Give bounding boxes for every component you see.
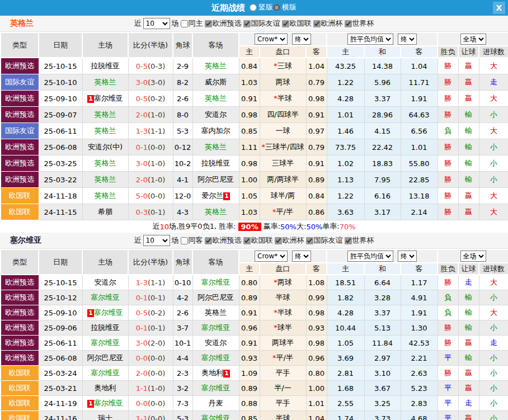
result-wdl-text: 負 [444, 293, 451, 301]
home-team: 安道尔 [82, 275, 128, 290]
result-wdl: 勝 [438, 366, 458, 381]
odds-away: 0.91 [306, 107, 327, 123]
result-goals: 小 [479, 411, 508, 420]
result-handicap-text: 贏 [465, 94, 472, 102]
view-mode-radio[interactable] [250, 4, 257, 11]
corners: 8-0 [173, 107, 192, 123]
league-filter-checkbox[interactable] [205, 237, 212, 244]
away-team: 安道尔 [192, 107, 239, 123]
scope-select[interactable]: 全场 [460, 34, 486, 45]
avg-odds-select[interactable]: 胜平负均值 [347, 34, 393, 45]
league-filter-checkbox[interactable] [205, 20, 212, 27]
result-wdl-text: 平 [444, 384, 451, 392]
same-venue-checkbox[interactable] [181, 237, 188, 244]
subcolumn-header: 进球数 [479, 46, 508, 58]
league-filter-checkbox[interactable] [345, 20, 352, 27]
league-filter-checkbox[interactable] [345, 237, 352, 244]
team-name-text: 英格兰 [95, 175, 116, 183]
corners: 12-0 [173, 188, 192, 204]
team-name-text: 塞尔维亚 [94, 94, 123, 102]
same-venue-checkbox[interactable] [181, 20, 188, 27]
subcolumn-header: 胜负 [438, 46, 458, 58]
avg-draw: 3.25 [364, 396, 401, 411]
result-wdl: 勝 [438, 320, 458, 336]
score: 1-3(1-1) [128, 275, 173, 290]
corners: 4-1 [173, 172, 192, 188]
avg-stage-select[interactable]: 终 [398, 34, 417, 45]
match-row: 欧洲预选25-03-25英格兰3-0(1-0)10-2拉脱维亚0.98三球半0.… [1, 155, 508, 172]
view-mode-radios: 竖版横版 [250, 2, 297, 13]
result-handicap-text: 輸 [465, 143, 472, 151]
halftime-score: (0-0) [148, 399, 165, 408]
avg-win: 1.74 [327, 411, 364, 420]
match-row: 国际友谊25-10-10英格兰3-0(3-0)8-2威尔斯1.03两球0.791… [1, 74, 508, 91]
avg-stage-select[interactable]: 终 [398, 251, 417, 262]
avg-lose: 5.23 [401, 381, 438, 396]
summary-part: 10 [159, 223, 169, 231]
view-mode-radio[interactable] [273, 4, 280, 11]
match-date: 25-06-08 [39, 351, 82, 366]
live-star: * [274, 278, 277, 286]
scope-select[interactable]: 全场 [460, 251, 486, 262]
halftime-score: (1-0) [148, 111, 165, 119]
match-row: 欧洲预选25-06-08安道尔(中)0-1(0-0)0-12英格兰1.11*三球… [1, 139, 508, 155]
league-filter-checkbox[interactable] [243, 237, 251, 244]
result-handicap: 輸 [458, 320, 479, 336]
result-wdl-text: 勝 [444, 94, 451, 102]
league-filter-checkbox[interactable] [313, 20, 321, 27]
result-goals-text: 小 [490, 414, 497, 420]
result-handicap: 走 [458, 396, 479, 411]
league-filter-checkbox[interactable] [275, 237, 282, 244]
avg-draw: 5.96 [364, 74, 401, 91]
odds-away: 0.79 [306, 139, 327, 155]
result-wdl-text: 勝 [444, 191, 451, 200]
result-wdl-text: 勝 [444, 175, 451, 183]
recent-count-select[interactable]: 10 [143, 235, 170, 246]
avg-lose: 1.17 [401, 275, 438, 290]
odds-stage-select[interactable]: 终 [292, 251, 311, 262]
fulltime-score: 2-0 [136, 176, 148, 184]
odds-stage-select[interactable]: 终 [292, 34, 311, 45]
live-star: * [262, 143, 266, 151]
stats-summary: 近10场,胜9平0负1, 胜率:90%赢率:50% 大:50% 单率:70% [0, 220, 508, 233]
result-goals: 大 [479, 275, 508, 290]
halftime-score: (1-0) [148, 159, 165, 168]
fulltime-score: 1-3 [136, 279, 148, 287]
match-type-badge: 国际友谊 [1, 74, 39, 91]
odds-home: 0.91 [239, 91, 260, 107]
odds-company-select[interactable]: Crow* [255, 251, 288, 262]
league-filter-checkbox[interactable] [243, 20, 251, 27]
result-goals: 小 [479, 351, 508, 366]
recent-count-select[interactable]: 10 [143, 18, 170, 29]
avg-draw: 6.16 [364, 188, 401, 204]
result-goals: 小 [479, 139, 508, 155]
away-team: 安道尔 [192, 336, 239, 351]
odds-company-select[interactable]: Crow* [255, 34, 288, 45]
live-star: * [274, 94, 277, 102]
avg-win: 3.63 [327, 204, 364, 220]
odds-away: 0.98 [306, 336, 327, 351]
match-date: 25-06-08 [39, 139, 82, 155]
corners: 3-2 [173, 381, 192, 396]
team-name-text: 英格兰 [95, 78, 116, 86]
corners: 10-1 [173, 336, 192, 351]
away-team: 塞尔维亚 [192, 320, 239, 336]
avg-win: 43.25 [327, 58, 364, 74]
team-name-text: 塞尔维亚 [201, 323, 231, 332]
league-filter-checkbox[interactable] [282, 20, 289, 27]
close-button[interactable]: X [493, 2, 505, 14]
match-row: 欧洲预选25-06-08阿尔巴尼亚0-0(0-0)4-4塞尔维亚0.93*平/半… [1, 351, 508, 366]
odds-away: 0.79 [306, 74, 327, 91]
avg-win: 1.01 [327, 107, 364, 123]
home-team: 1塞尔维亚 [82, 396, 128, 411]
result-handicap-text: 走 [465, 399, 472, 407]
odds-away: 0.99 [306, 290, 327, 305]
match-row: 欧洲预选25-09-07英格兰2-0(1-0)8-0安道尔0.98四/四球半0.… [1, 107, 508, 123]
team-promotion-badge: 1 [87, 309, 94, 317]
result-handicap: 輸 [458, 139, 479, 155]
home-team: 1塞尔维亚 [82, 91, 128, 107]
match-row: 欧洲预选25-03-22英格兰2-0(1-0)4-1阿尔巴尼亚1.00两/两球半… [1, 172, 508, 188]
league-filter-checkbox[interactable] [306, 237, 313, 244]
result-handicap-text: 贏 [465, 414, 472, 420]
avg-odds-select[interactable]: 胜平负均值 [347, 251, 393, 262]
